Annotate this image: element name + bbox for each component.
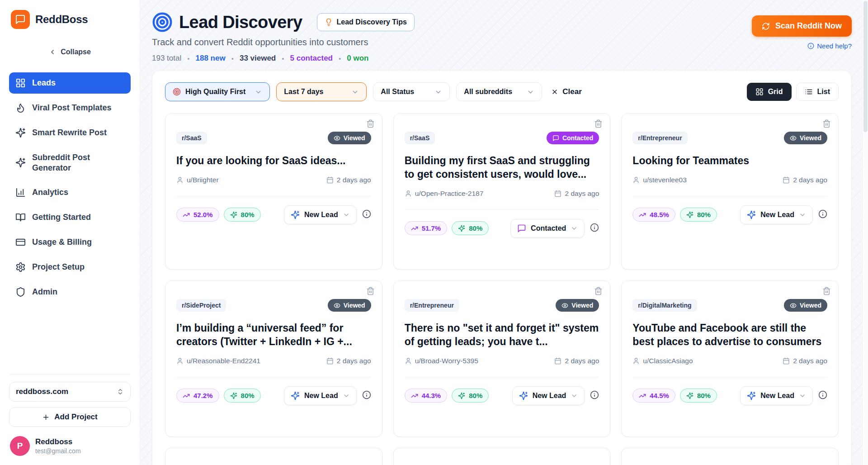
lightbulb-icon xyxy=(325,18,333,26)
lead-info-button[interactable] xyxy=(362,209,371,220)
trash-icon xyxy=(594,287,603,295)
main-content: Lead Discovery Lead Discovery Tips Track… xyxy=(140,0,868,465)
lead-card[interactable]: r/SideProject Viewed I’m building a “uni… xyxy=(165,280,382,437)
sidebar-item-subreddit-post-generator[interactable]: Subreddit Post Generator xyxy=(9,147,131,178)
sidebar-item-leads[interactable]: Leads xyxy=(9,72,131,94)
lead-title[interactable]: I’m building a “universal feed” for crea… xyxy=(176,322,371,349)
user-icon xyxy=(405,190,412,197)
user-icon xyxy=(632,357,640,365)
trending-up-icon xyxy=(183,211,190,218)
grid-view-button[interactable]: Grid xyxy=(747,83,792,101)
stat-item: 33 viewed xyxy=(240,54,276,63)
sparkles-icon xyxy=(686,211,693,218)
chevron-down-icon xyxy=(343,392,350,399)
lead-card[interactable]: r/SaaS Contacted Building my first SaaS … xyxy=(393,113,611,270)
lead-card[interactable]: r/Entrepreneur Viewed Looking for Teamma… xyxy=(621,113,839,270)
sidebar-item-label: Analytics xyxy=(32,187,68,198)
collapse-label: Collapse xyxy=(61,48,91,56)
lead-title[interactable]: Building my first SaaS and struggling to… xyxy=(405,154,599,181)
add-project-button[interactable]: Add Project xyxy=(9,407,131,427)
sidebar-item-admin[interactable]: Admin xyxy=(9,281,131,303)
lead-status-dropdown[interactable]: Contacted xyxy=(510,219,585,238)
message-bubble-icon xyxy=(15,14,26,25)
sidebar-item-project-setup[interactable]: Project Setup xyxy=(9,256,131,278)
delete-lead-button[interactable] xyxy=(594,119,603,129)
lead-card[interactable]: r/Entrepreneur Viewed There is no "set i… xyxy=(393,280,611,437)
sidebar-item-getting-started[interactable]: Getting Started xyxy=(9,207,131,228)
sparkles-icon xyxy=(15,128,26,138)
user-profile[interactable]: P Reddboss test@gmail.com xyxy=(9,436,131,456)
lead-status-dropdown[interactable]: New Lead xyxy=(284,386,357,405)
divider xyxy=(632,196,827,196)
lead-title[interactable]: If you are looking for SaaS ideas... xyxy=(176,154,371,168)
sidebar-item-label: Viral Post Templates xyxy=(32,103,111,113)
scan-label: Scan Reddit Now xyxy=(775,21,842,31)
lead-status-dropdown[interactable]: New Lead xyxy=(740,205,813,224)
delete-lead-button[interactable] xyxy=(822,287,831,297)
user-icon xyxy=(632,176,640,184)
sort-dropdown[interactable]: High Quality First xyxy=(165,82,270,101)
lead-author: u/Briighter xyxy=(176,176,219,184)
status-filter-dropdown[interactable]: All Status xyxy=(373,82,450,101)
collapse-button[interactable]: Collapse xyxy=(49,48,91,56)
flame-icon xyxy=(15,103,26,113)
project-select[interactable]: reddboss.com xyxy=(9,382,131,402)
lead-date: 2 days ago xyxy=(326,176,371,184)
lead-card[interactable]: r/DigitalMarketing Viewed YouTube and Fa… xyxy=(621,280,839,437)
message-bubble-icon xyxy=(552,135,559,142)
lead-card-partial[interactable] xyxy=(165,448,382,465)
sidebar-item-label: Project Setup xyxy=(32,262,85,272)
lead-discovery-tips-button[interactable]: Lead Discovery Tips xyxy=(317,13,415,31)
lead-title[interactable]: There is no "set it and forget it" syste… xyxy=(405,322,599,349)
sidebar-item-analytics[interactable]: Analytics xyxy=(9,182,131,203)
need-help-link[interactable]: Need help? xyxy=(807,42,852,50)
lead-meta: u/Reasonable-End2241 2 days ago xyxy=(176,357,371,365)
scan-reddit-now-button[interactable]: Scan Reddit Now xyxy=(752,15,852,37)
lead-author: u/Reasonable-End2241 xyxy=(176,357,260,365)
lead-title[interactable]: Looking for Teammates xyxy=(632,154,827,168)
page-header: Lead Discovery Lead Discovery Tips Track… xyxy=(152,12,852,63)
lead-status-dropdown[interactable]: New Lead xyxy=(284,205,357,224)
calendar-icon xyxy=(783,357,790,365)
scrollbar-thumb[interactable] xyxy=(863,1,868,132)
book-icon xyxy=(15,212,26,223)
delete-lead-button[interactable] xyxy=(822,119,831,129)
app-logo xyxy=(11,10,30,29)
lead-card[interactable]: r/SaaS Viewed If you are looking for Saa… xyxy=(165,113,382,270)
lead-info-button[interactable] xyxy=(590,223,599,233)
delete-lead-button[interactable] xyxy=(366,287,375,297)
sidebar-item-smart-rewrite-post[interactable]: Smart Rewrite Post xyxy=(9,122,131,143)
lead-info-button[interactable] xyxy=(590,390,599,401)
stat-item: 0 won xyxy=(347,54,368,63)
sparkles-icon xyxy=(15,157,26,168)
trending-up-icon xyxy=(411,392,418,399)
lead-author: u/stevenlee03 xyxy=(632,176,687,184)
subreddit-filter-dropdown[interactable]: All subreddits xyxy=(456,82,542,101)
delete-lead-button[interactable] xyxy=(594,287,603,297)
delete-lead-button[interactable] xyxy=(366,119,375,129)
lead-card-partial[interactable] xyxy=(621,448,839,465)
scrollbar[interactable] xyxy=(862,0,868,465)
lead-status-dropdown[interactable]: New Lead xyxy=(740,386,813,405)
info-icon xyxy=(818,390,827,399)
match-score-badge: 44.5% xyxy=(632,389,675,403)
sidebar-item-usage-billing[interactable]: Usage & Billing xyxy=(9,232,131,253)
stats-row: 193 total•188 new•33 viewed•5 contacted•… xyxy=(152,54,415,63)
lead-info-button[interactable] xyxy=(362,390,371,401)
lead-date: 2 days ago xyxy=(783,176,827,184)
need-help-label: Need help? xyxy=(817,42,852,50)
trash-icon xyxy=(822,119,831,128)
lead-status-dropdown[interactable]: New Lead xyxy=(512,386,585,405)
clear-label: Clear xyxy=(562,87,582,96)
lead-info-button[interactable] xyxy=(818,209,827,220)
status-badge: Viewed xyxy=(328,132,371,144)
sidebar-item-viral-post-templates[interactable]: Viral Post Templates xyxy=(9,97,131,119)
lead-title[interactable]: YouTube and Facebook are still the best … xyxy=(632,322,827,349)
grid-label: Grid xyxy=(768,88,783,96)
lead-info-button[interactable] xyxy=(818,390,827,401)
date-range-dropdown[interactable]: Last 7 days xyxy=(276,82,367,101)
list-view-button[interactable]: List xyxy=(796,83,839,101)
clear-filters-button[interactable]: Clear xyxy=(551,87,582,96)
lead-card-partial[interactable] xyxy=(393,448,611,465)
project-select-value: reddboss.com xyxy=(16,387,68,396)
